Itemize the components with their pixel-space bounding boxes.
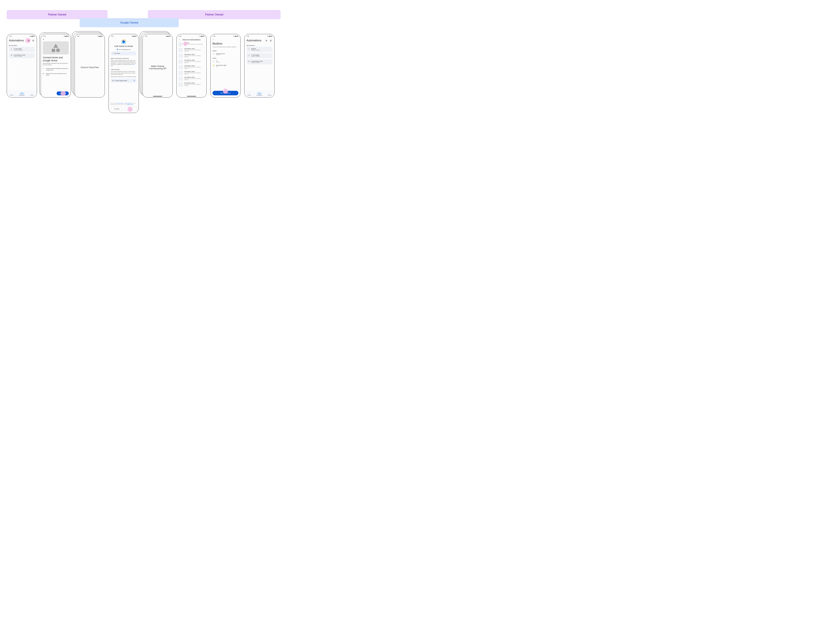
clock-icon: 🕘 — [212, 53, 215, 55]
screen-connect-acme: 9:30 ◆ ✕ Connect Acme and Google Home En… — [41, 34, 71, 98]
device-types-card[interactable]: ⊞ 4 device types linked ⚙ — [111, 79, 136, 83]
gear-icon[interactable]: ⚙ — [134, 80, 135, 82]
screen-link-home: 9:30 ◆ Link home to Acme 👤 alex.miller@g… — [108, 34, 139, 113]
bottom-nav: △Devices ●Automations △Settings — [244, 91, 274, 97]
automation-card-tv-time[interactable]: ▭ TV time lights 1 starter • 2 actions — [9, 47, 35, 52]
lightbulb-icon: 💡 — [212, 65, 215, 66]
banner-row-2: Google Owned — [7, 18, 833, 27]
automation-card-tv-time[interactable]: ▭ TV time lights1 starter • 2 actions — [246, 53, 272, 58]
automation-card-commuting[interactable]: ⊞ Commuting to work 1 starter • 3 action… — [9, 53, 35, 58]
account-icon[interactable] — [31, 39, 35, 42]
tos-link[interactable]: Terms of Service — [125, 103, 132, 104]
no-thanks-button[interactable]: No thanks — [111, 107, 123, 111]
discover-item-bedtime[interactable]: ☾ Bedtime At 9pm, the TV powers down, be… — [179, 42, 204, 46]
discover-item[interactable]: Automation nameLorem ipsum dolor sit ame… — [179, 59, 204, 64]
svg-rect-0 — [28, 40, 29, 41]
cloud-flow-label: Cloud to Cloud Flow — [75, 37, 105, 97]
connect-body: Enjoy advanced automations and control o… — [43, 63, 69, 66]
get-started-button[interactable]: Get started — [56, 91, 69, 95]
allow-button[interactable]: Allow — [124, 107, 136, 111]
signal-icon — [31, 36, 33, 37]
status-time: 9:30 — [213, 36, 215, 37]
feature-control: ⊞ Easily control devices with apps of yo… — [43, 73, 69, 76]
linked-heading: Linked devices — [111, 69, 136, 70]
nav-settings[interactable]: △Settings — [30, 92, 34, 96]
screen-discover: 9:30 ◆ ← Discover Automations ☾ Bedtime … — [176, 34, 207, 98]
google-owned-banner: Google Owned — [80, 18, 179, 27]
discover-item[interactable]: Automation nameLorem ipsum dolor sit ame… — [179, 48, 204, 52]
section-my-automations: My automations — [246, 45, 272, 46]
page-title: Automations — [9, 39, 24, 42]
discover-item[interactable]: Automation nameLorem ipsum dolor sit ame… — [179, 65, 204, 70]
nav-settings[interactable]: △Settings — [267, 92, 272, 96]
linked-p1: Acme will automatically have access to a… — [111, 71, 136, 75]
svg-point-5 — [266, 40, 267, 41]
discover-item[interactable]: Automation nameLorem ipsum dolor sit ame… — [179, 82, 204, 86]
user-icon: 👤 — [117, 49, 118, 50]
footer-legal: See Smart App Privacy Policy and Terms o… — [111, 103, 136, 105]
action-tv[interactable]: ▭ TVTurn off — [212, 61, 239, 63]
automation-card-commuting[interactable]: ⊞ Commuting to work1 starter • 3 actions — [246, 59, 272, 64]
back-icon[interactable]: ← — [179, 39, 181, 41]
discover-item[interactable]: Automation nameLorem ipsum dolor sit ame… — [179, 76, 204, 81]
item-subtitle: At 9pm, the TV powers down, bedroom ligh… — [184, 44, 204, 46]
card-title: TV time lights — [13, 48, 22, 50]
nav-devices[interactable]: △Devices — [9, 92, 14, 96]
svg-point-7 — [271, 40, 271, 40]
activity-icon[interactable] — [265, 39, 268, 42]
home-selector[interactable]: ⌂ SF Home — [111, 52, 136, 55]
home-icon: ⌂ — [113, 53, 113, 54]
back-icon[interactable]: ← — [212, 39, 215, 41]
section-my-automations: My automations — [9, 45, 35, 46]
google-account-link[interactable]: Google Account — [127, 104, 133, 105]
item-title: Bedtime — [184, 42, 204, 44]
close-icon[interactable]: ✕ — [43, 38, 69, 41]
page-title: Automations — [246, 39, 261, 42]
status-time: 9:30 — [111, 36, 113, 37]
matter-label: Matter SharingCommissioning API — [143, 37, 173, 97]
starter-time[interactable]: 🕘 When the time is9:00 PM — [212, 53, 239, 55]
screen-matter-api: 9:30 ◆ Matter SharingCommissioning API — [142, 34, 173, 98]
automation-title: Bedtime — [212, 42, 239, 45]
status-time: 9:30 — [43, 36, 46, 37]
status-time: 9:30 — [77, 36, 80, 37]
partner-owned-banner-1: Partner Owned — [7, 10, 108, 19]
discover-item[interactable]: Automation nameLorem ipsum dolor sit ame… — [179, 53, 204, 58]
moon-icon: ☾ — [179, 42, 183, 46]
automation-desc: At 9pm, the TV powers down, and bedroom … — [212, 46, 239, 48]
account-icon[interactable] — [269, 39, 272, 42]
card-subtitle: 1 starter • 3 actions — [13, 56, 25, 57]
app-badge-icon — [121, 40, 126, 44]
home-indicator — [153, 96, 162, 97]
status-bar: 9:30 ◆ — [7, 34, 37, 37]
status-time: 9:30 — [247, 36, 249, 37]
actions-heading: Actions — [212, 58, 239, 59]
moon-icon: ☾ — [248, 48, 250, 50]
status-time: 9:30 — [145, 36, 147, 37]
banner-row-1: Partner Owned Partner Owned — [7, 10, 833, 19]
link-title: Link home to Acme — [111, 45, 136, 48]
svg-point-3 — [33, 40, 33, 40]
car-icon: ⊞ — [10, 55, 13, 56]
screen-bedtime-detail: 9:30 ◆ ← Bedtime At 9pm, the TV powers d… — [210, 34, 241, 98]
home-indicator — [187, 96, 196, 97]
save-automation-button[interactable]: Save automation — [212, 91, 239, 95]
hero-placeholder — [43, 42, 69, 55]
starters-heading: Starters — [212, 50, 239, 52]
screen-cloud-to-cloud: 9:30 ◆ Cloud to Cloud Flow — [75, 34, 105, 98]
privacy-link[interactable]: Privacy Policy — [117, 103, 123, 104]
nav-devices[interactable]: △Devices — [247, 92, 251, 96]
nav-automations[interactable]: ●Automations — [256, 92, 262, 96]
discover-item[interactable]: Automation nameLorem ipsum dolor sit ame… — [179, 71, 204, 75]
feature-automations: ✦ Create advanced automations powered by… — [43, 68, 69, 71]
action-lights[interactable]: 💡 Kids bedroom lightsDim — [212, 65, 239, 67]
automation-card-bedtime[interactable]: ☾ Bedtime1 starter • 2 actions — [246, 47, 272, 52]
user-email-row[interactable]: 👤 alex.miller@gmail.com — [111, 49, 136, 50]
nav-automations[interactable]: ●Automations — [19, 92, 25, 96]
device-types-label: 4 device types linked — [114, 80, 127, 82]
devices-icon: ⊞ — [43, 73, 44, 74]
tv-icon: ▭ — [212, 61, 215, 62]
svg-rect-4 — [266, 40, 267, 41]
screen-automations-final: 9:30 ◆ Automations My automations ☾ Bedt… — [244, 34, 274, 98]
activity-icon[interactable] — [27, 39, 30, 42]
